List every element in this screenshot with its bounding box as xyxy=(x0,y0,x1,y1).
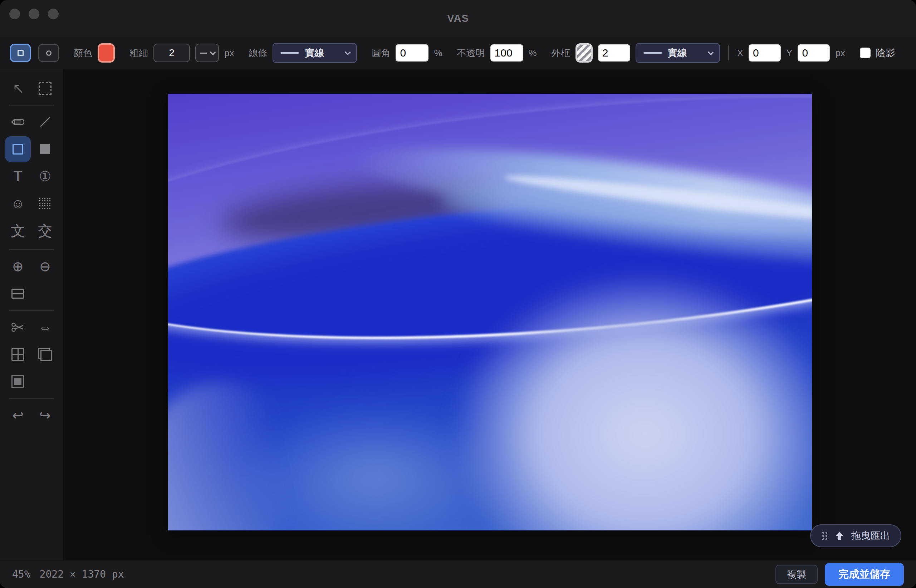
pixelate-tool-button[interactable] xyxy=(32,191,58,216)
split-view-tool-button[interactable] xyxy=(5,281,31,307)
translate-icon: 交 xyxy=(38,221,52,241)
drag-export-button[interactable]: 拖曳匯出 xyxy=(810,524,901,547)
pen-icon xyxy=(11,117,25,127)
toolbar-separator xyxy=(728,45,729,60)
line-style-dropdown[interactable]: 實線 xyxy=(273,43,357,63)
status-bar: 45% 2022 × 1370 px 複製 完成並儲存 xyxy=(0,560,916,588)
x-label: X xyxy=(737,48,743,59)
sidebar-divider xyxy=(9,249,54,250)
titlebar: VAS xyxy=(0,0,916,37)
duplicate-icon xyxy=(38,348,52,361)
color-label: 顏色 xyxy=(74,47,92,59)
zoom-in-circle-icon: ⊕ xyxy=(12,258,24,274)
cjk-text-tool-button[interactable]: 文 xyxy=(5,218,31,244)
border-frame-icon xyxy=(11,375,24,388)
crop-tool-button[interactable] xyxy=(5,314,31,340)
outline-label: 外框 xyxy=(551,47,570,59)
emoji-tool-button[interactable]: ☺ xyxy=(5,191,31,216)
corner-radius-label: 圓角 xyxy=(372,47,390,59)
minimize-button[interactable] xyxy=(29,8,39,19)
select-tool-button[interactable] xyxy=(5,76,31,101)
chevron-down-icon xyxy=(708,49,714,55)
opacity-input[interactable] xyxy=(490,44,523,61)
dashed-selection-icon xyxy=(39,82,52,95)
counter-tool-button[interactable]: ① xyxy=(32,163,58,189)
thickness-unit: px xyxy=(224,48,234,59)
redo-button[interactable]: ↪ xyxy=(32,402,58,428)
window-title: VAS xyxy=(447,13,469,24)
line-style-label: 線條 xyxy=(249,47,267,59)
selection-area-tool-button[interactable] xyxy=(32,76,58,101)
shadow-checkbox[interactable] xyxy=(860,48,871,58)
thickness-input[interactable] xyxy=(153,44,190,62)
undo-icon: ↩ xyxy=(12,407,24,423)
redo-icon: ↪ xyxy=(39,407,51,423)
rectangle-tool-button[interactable] xyxy=(5,136,31,162)
border-tool-button[interactable] xyxy=(5,369,31,394)
corner-radius-input[interactable] xyxy=(396,44,428,61)
outline-color-swatch[interactable] xyxy=(575,43,593,63)
text-icon: T xyxy=(13,168,23,185)
grid-icon xyxy=(11,348,24,361)
position-unit: px xyxy=(835,48,845,59)
zoom-level: 45% xyxy=(12,568,31,580)
resize-tool-button[interactable]: ⇔ xyxy=(32,314,58,340)
opacity-label: 不透明 xyxy=(457,47,485,59)
undo-button[interactable]: ↩ xyxy=(5,402,31,428)
canvas-area: 拖曳匯出 xyxy=(64,69,916,560)
line-tool-button[interactable] xyxy=(32,109,58,135)
sidebar-divider xyxy=(9,310,54,311)
zoom-button[interactable] xyxy=(48,8,59,19)
ellipse-style-button[interactable] xyxy=(38,44,59,62)
split-view-icon xyxy=(11,289,24,299)
drag-handle-icon xyxy=(822,531,828,540)
outline-style-dropdown[interactable]: 實線 xyxy=(636,43,720,63)
resize-arrows-icon: ⇔ xyxy=(38,320,52,335)
duplicate-tool-button[interactable] xyxy=(32,342,58,367)
app-window: VAS 顏色 粗細 px 線條 實線 圓角 % 不透明 % 外框 xyxy=(0,0,916,588)
color-swatch[interactable] xyxy=(98,43,115,63)
outline-width-input[interactable] xyxy=(598,44,630,61)
opacity-unit: % xyxy=(529,48,537,59)
outline-style-button[interactable] xyxy=(10,44,31,62)
save-button[interactable]: 完成並儲存 xyxy=(825,563,904,586)
sidebar-divider xyxy=(9,398,54,399)
line-sample-icon xyxy=(200,53,207,54)
magnify-tool-button[interactable]: ⊕ xyxy=(5,254,31,279)
chevron-down-icon xyxy=(345,49,351,55)
spotlight-tool-button[interactable]: ⊖ xyxy=(32,254,58,279)
zoom-out-circle-icon: ⊖ xyxy=(39,258,51,274)
tool-sidebar: T ① ☺ 文 交 xyxy=(0,69,64,560)
y-label: Y xyxy=(786,48,792,59)
thickness-label: 粗細 xyxy=(129,47,148,59)
solid-line-icon xyxy=(643,52,662,54)
text-tool-button[interactable]: T xyxy=(5,163,31,189)
y-input[interactable] xyxy=(798,44,830,61)
pixelate-icon xyxy=(39,197,52,210)
copy-button[interactable]: 複製 xyxy=(775,565,817,584)
x-input[interactable] xyxy=(749,44,781,61)
translate-tool-button[interactable]: 交 xyxy=(32,218,58,244)
arrow-up-icon xyxy=(835,531,843,540)
annotation-toolbar: 顏色 粗細 px 線條 實線 圓角 % 不透明 % 外框 實線 X xyxy=(0,37,916,69)
outline-style-value: 實線 xyxy=(668,47,687,59)
cjk-text-icon: 文 xyxy=(11,221,25,241)
sidebar-divider xyxy=(9,105,54,105)
line-style-value: 實線 xyxy=(305,47,324,59)
rectangle-icon xyxy=(13,144,23,155)
counter-icon: ① xyxy=(39,168,51,184)
pen-tool-button[interactable] xyxy=(5,109,31,135)
close-button[interactable] xyxy=(9,8,20,19)
grid-tool-button[interactable] xyxy=(5,342,31,367)
zoom-info: 45% 2022 × 1370 px xyxy=(12,568,124,580)
main-area: T ① ☺ 文 交 xyxy=(0,69,916,560)
chevron-down-icon xyxy=(210,49,216,55)
image-dimensions: 2022 × 1370 px xyxy=(40,568,124,580)
scissors-icon xyxy=(11,321,25,333)
outline-rect-icon xyxy=(18,50,24,56)
emoji-icon: ☺ xyxy=(11,196,25,212)
solid-line-icon xyxy=(280,52,299,54)
edited-image[interactable] xyxy=(168,94,812,530)
filled-rectangle-tool-button[interactable] xyxy=(32,136,58,162)
thickness-preview-dropdown[interactable] xyxy=(195,44,219,62)
